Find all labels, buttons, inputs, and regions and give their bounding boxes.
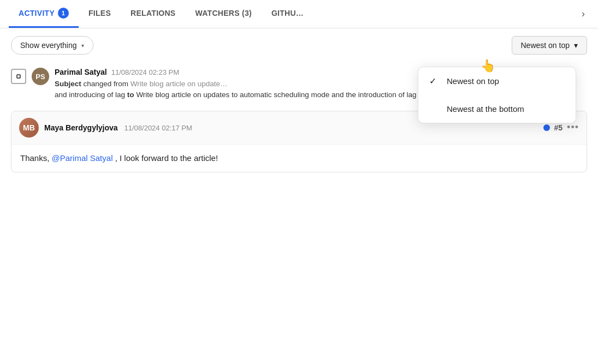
filter-dropdown-button[interactable]: Show everything ▾ <box>11 36 93 55</box>
activity-timestamp: 11/08/2024 02:23 PM <box>111 68 179 76</box>
comment-actions: #5 ••• <box>543 122 579 133</box>
comment-mention[interactable]: @Parimal Satyal <box>52 153 113 163</box>
tab-files[interactable]: FILES <box>79 0 121 28</box>
tab-relations-label: RELATIONS <box>131 9 175 17</box>
sort-label: Newest on top <box>521 41 570 50</box>
activity-old-value: Write blog article on update… <box>131 80 228 88</box>
tab-relations[interactable]: RELATIONS <box>121 0 185 28</box>
sort-option-newest-top-label: Newest on top <box>447 76 499 86</box>
activity-field-label: Subject <box>55 80 81 88</box>
activity-user-name: Parimal Satyal <box>55 68 107 76</box>
activity-entry-icon <box>11 69 26 84</box>
tab-more-button[interactable]: › <box>577 8 589 20</box>
tab-activity-badge: 1 <box>58 8 69 19</box>
comment-meta: Maya Berdygylyjova 11/08/2024 02:17 PM <box>44 123 538 132</box>
comment-number: #5 <box>554 123 563 132</box>
activity-new-value: Write blog article on updates to automat… <box>136 91 416 99</box>
activity-change-verb: changed from <box>84 80 129 88</box>
sort-option-newest-top[interactable]: ✓ Newest on top <box>418 67 576 95</box>
unread-dot <box>543 124 550 131</box>
sort-arrow-icon: ▾ <box>574 41 578 50</box>
activity-icon-inner <box>16 74 21 79</box>
tab-files-label: FILES <box>88 9 111 17</box>
checkmark-icon: ✓ <box>429 76 439 86</box>
sort-option-newest-bottom[interactable]: ✓ Newest at the bottom <box>418 95 576 123</box>
avatar-maya: MB <box>19 118 39 138</box>
tab-bar: ACTIVITY 1 FILES RELATIONS WATCHERS (3) … <box>0 0 598 28</box>
comment-timestamp: 11/08/2024 02:17 PM <box>125 124 192 132</box>
more-options-button[interactable]: ••• <box>567 122 579 133</box>
comment-text-suffix: , I look forward to the article! <box>115 153 218 163</box>
tab-github[interactable]: GITHU… <box>262 0 313 28</box>
toolbar: Show everything ▾ Newest on top ▾ 👆 ✓ Ne… <box>0 28 598 62</box>
comment-body: Thanks, @Parimal Satyal , I look forward… <box>11 145 587 172</box>
sort-dropdown-button[interactable]: Newest on top ▾ <box>512 36 588 55</box>
tab-watchers[interactable]: WATCHERS (3) <box>185 0 261 28</box>
comment-text-prefix: Thanks, <box>20 153 49 163</box>
tab-watchers-label: WATCHERS (3) <box>195 9 251 17</box>
activity-to-label: to <box>127 91 134 99</box>
tab-activity-label: ACTIVITY <box>19 9 55 17</box>
sort-dropdown-menu: ✓ Newest on top ✓ Newest at the bottom <box>418 67 576 123</box>
tab-github-label: GITHU… <box>271 9 304 17</box>
filter-label: Show everything <box>20 41 77 50</box>
filter-arrow-icon: ▾ <box>81 43 84 49</box>
tab-activity[interactable]: ACTIVITY 1 <box>9 0 79 28</box>
avatar-parimal: PS <box>32 68 49 85</box>
comment-user-name: Maya Berdygylyjova <box>44 123 118 132</box>
sort-option-newest-bottom-label: Newest at the bottom <box>447 104 524 114</box>
activity-and-text: and introducing of lag <box>55 91 127 99</box>
more-dots-icon: ••• <box>567 122 579 133</box>
